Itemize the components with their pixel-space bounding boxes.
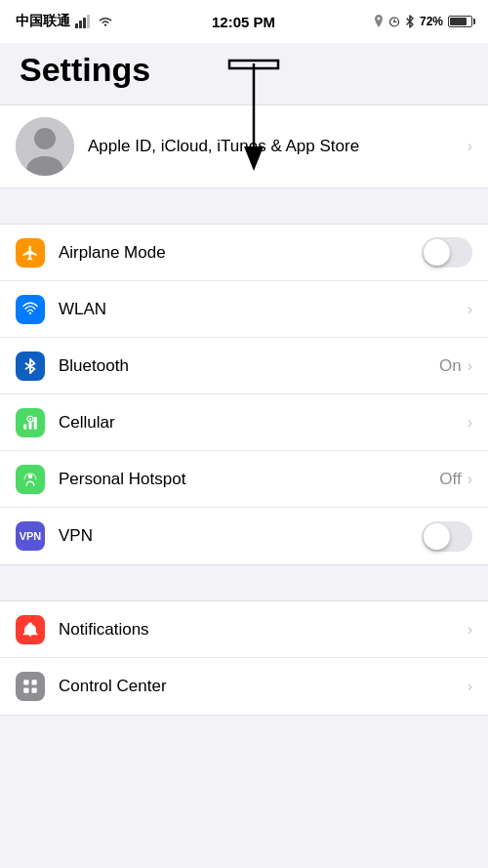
control-center-row[interactable]: Control Center › bbox=[0, 658, 488, 715]
vpn-icon: VPN bbox=[16, 521, 45, 551]
airplane-mode-toggle[interactable] bbox=[422, 237, 472, 268]
profile-row[interactable]: Apple ID, iCloud, iTunes & App Store › bbox=[0, 104, 488, 188]
bluetooth-row[interactable]: Bluetooth On › bbox=[0, 338, 488, 394]
section-gap-2 bbox=[0, 565, 488, 600]
signal-icon bbox=[75, 15, 93, 28]
status-time: 12:05 PM bbox=[212, 14, 275, 30]
battery-percent: 72% bbox=[420, 15, 443, 28]
vpn-row[interactable]: VPN VPN bbox=[0, 508, 488, 564]
status-right: 72% bbox=[374, 15, 472, 28]
personal-hotspot-right: Off › bbox=[439, 470, 472, 489]
profile-label: Apple ID, iCloud, iTunes & App Store bbox=[88, 137, 468, 156]
control-center-icon bbox=[16, 672, 45, 701]
profile-info: Apple ID, iCloud, iTunes & App Store bbox=[88, 137, 468, 156]
page-title: Settings bbox=[20, 51, 468, 89]
vpn-right[interactable] bbox=[422, 521, 472, 552]
airplane-mode-right[interactable] bbox=[422, 237, 472, 268]
status-left: 中国联通 bbox=[16, 13, 113, 30]
svg-rect-0 bbox=[75, 23, 78, 28]
cellular-label: Cellular bbox=[59, 413, 468, 433]
status-bar: 中国联通 12:05 PM bbox=[0, 0, 488, 43]
wlan-row[interactable]: WLAN › bbox=[0, 281, 488, 338]
alarm-icon bbox=[388, 16, 400, 27]
airplane-mode-label: Airplane Mode bbox=[59, 243, 422, 263]
svg-point-4 bbox=[377, 18, 380, 21]
vpn-label: VPN bbox=[59, 526, 422, 546]
personal-hotspot-status: Off bbox=[439, 470, 461, 489]
svg-rect-14 bbox=[23, 424, 26, 429]
notifications-row[interactable]: Notifications › bbox=[0, 601, 488, 658]
svg-rect-21 bbox=[32, 680, 37, 684]
control-center-right: › bbox=[468, 678, 472, 695]
bluetooth-chevron: › bbox=[468, 357, 472, 375]
svg-rect-2 bbox=[83, 18, 86, 28]
notifications-icon bbox=[16, 615, 45, 644]
battery-icon bbox=[448, 16, 472, 27]
svg-point-12 bbox=[34, 128, 56, 149]
connectivity-section: Airplane Mode WLAN › bbox=[0, 224, 488, 565]
cellular-chevron: › bbox=[468, 414, 472, 432]
vpn-icon-text: VPN bbox=[20, 530, 42, 542]
bluetooth-right: On › bbox=[439, 356, 472, 376]
svg-rect-22 bbox=[23, 688, 28, 693]
location-icon bbox=[374, 15, 384, 28]
notifications-right: › bbox=[468, 621, 472, 639]
system-section: Notifications › Control Center › bbox=[0, 600, 488, 716]
svg-rect-23 bbox=[32, 688, 37, 693]
bluetooth-label: Bluetooth bbox=[59, 356, 439, 376]
wlan-right: › bbox=[468, 301, 472, 318]
bluetooth-status-icon bbox=[405, 15, 415, 28]
personal-hotspot-row[interactable]: Personal Hotspot Off › bbox=[0, 451, 488, 508]
wlan-label: WLAN bbox=[59, 300, 468, 319]
svg-rect-16 bbox=[34, 417, 37, 430]
svg-rect-1 bbox=[79, 21, 82, 28]
wlan-chevron: › bbox=[468, 301, 472, 318]
wlan-icon bbox=[16, 295, 45, 324]
cellular-icon bbox=[16, 408, 45, 437]
cellular-right: › bbox=[468, 414, 472, 432]
avatar-image bbox=[16, 117, 74, 176]
vpn-toggle[interactable] bbox=[422, 521, 472, 552]
carrier-text: 中国联通 bbox=[16, 13, 70, 30]
profile-chevron: › bbox=[468, 138, 472, 155]
personal-hotspot-icon bbox=[16, 465, 45, 494]
notifications-label: Notifications bbox=[59, 620, 468, 640]
personal-hotspot-chevron: › bbox=[468, 471, 472, 488]
personal-hotspot-label: Personal Hotspot bbox=[59, 470, 439, 489]
svg-rect-3 bbox=[87, 15, 90, 28]
section-gap-1 bbox=[0, 188, 488, 224]
svg-rect-20 bbox=[23, 680, 28, 684]
avatar bbox=[16, 117, 74, 176]
control-center-chevron: › bbox=[468, 678, 472, 695]
svg-point-19 bbox=[28, 474, 33, 478]
bluetooth-row-icon bbox=[16, 351, 45, 381]
airplane-mode-row[interactable]: Airplane Mode bbox=[0, 225, 488, 281]
page-header: Settings bbox=[0, 43, 488, 104]
svg-point-18 bbox=[29, 418, 31, 420]
wifi-status-icon bbox=[98, 16, 113, 27]
control-center-label: Control Center bbox=[59, 677, 468, 696]
airplane-mode-icon bbox=[16, 238, 45, 268]
bluetooth-status: On bbox=[439, 356, 462, 376]
notifications-chevron: › bbox=[468, 621, 472, 639]
cellular-row[interactable]: Cellular › bbox=[0, 394, 488, 451]
